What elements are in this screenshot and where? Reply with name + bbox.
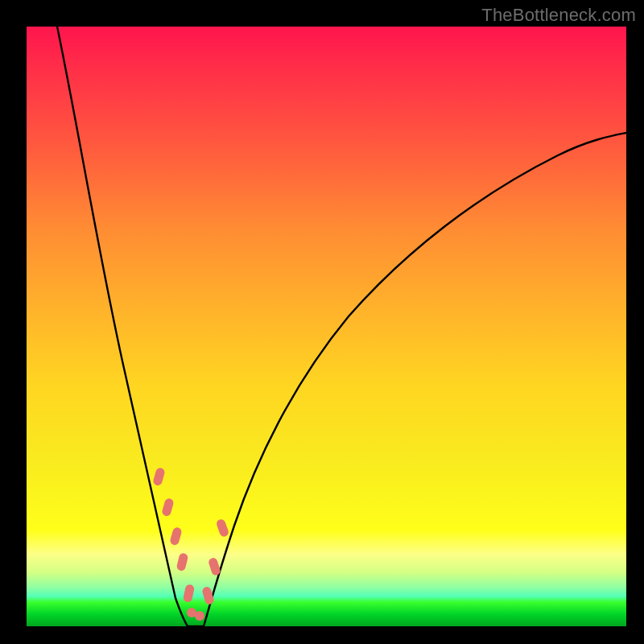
svg-rect-4 (183, 584, 195, 603)
watermark-text: TheBottleneck.com (481, 5, 636, 26)
svg-rect-8 (208, 557, 221, 576)
svg-rect-1 (161, 497, 175, 517)
svg-rect-9 (216, 518, 230, 538)
chart-frame: TheBottleneck.com (0, 0, 644, 644)
right-curve (204, 133, 626, 626)
svg-rect-0 (152, 467, 166, 486)
svg-point-6 (195, 611, 204, 621)
svg-rect-3 (175, 552, 188, 572)
svg-rect-2 (169, 526, 183, 546)
plot-area (27, 27, 626, 626)
curve-layer (27, 27, 626, 626)
left-curve (57, 27, 188, 626)
